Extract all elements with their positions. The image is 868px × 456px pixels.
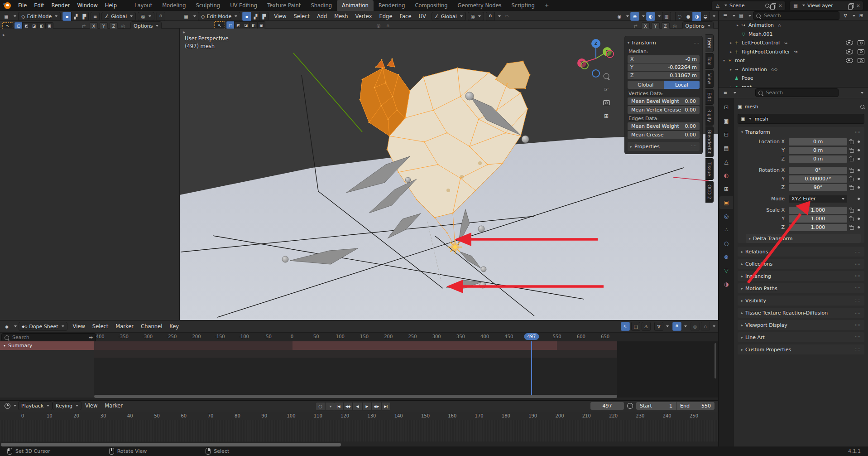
bone-joint-sphere[interactable] (522, 136, 529, 143)
outliner-item-leftfootcontrol[interactable]: ▸+LeftFootControl↝ (719, 39, 868, 48)
median-z-field[interactable]: Z0.11867 m (628, 72, 700, 79)
auto-keyframe-icon[interactable]: ○ (316, 402, 325, 411)
drag-handle[interactable]: ∷∷ (855, 130, 861, 134)
animate-property-dot[interactable] (858, 198, 860, 200)
properties-tab-world[interactable]: ◐ (719, 169, 733, 182)
toolbar-expand-icon[interactable]: ▸ (183, 29, 185, 34)
menu-mesh[interactable]: Mesh (331, 13, 351, 19)
animate-property-dot[interactable] (858, 209, 860, 211)
animate-property-dot[interactable] (858, 149, 860, 151)
drag-handle[interactable]: ∷∷ (855, 311, 861, 315)
timeline-ruler[interactable]: 0102030405060708090100110120130140150160… (0, 411, 718, 421)
pin-icon[interactable] (765, 4, 769, 8)
drag-handle[interactable]: ∷∷ (855, 299, 861, 303)
menu-render[interactable]: Render (48, 2, 74, 9)
drag-handle[interactable]: ∷∷ (694, 41, 700, 45)
workspace-tab-texture-paint[interactable]: Texture Paint (262, 0, 306, 11)
keying-dropdown[interactable]: Keying (53, 401, 82, 410)
item-label[interactable]: Mesh.001 (748, 31, 772, 37)
lock-icon[interactable] (850, 186, 854, 190)
drag-handle[interactable]: ∷∷ (855, 335, 861, 340)
transform-orientation-dropdown[interactable]: ∠Global (101, 12, 136, 21)
panel-instancing[interactable]: ▸Instancing∷∷ (738, 271, 864, 281)
box-select-icon[interactable]: ⬚ (631, 322, 640, 331)
playback-dropdown[interactable]: Playback (18, 401, 53, 410)
item-label[interactable]: RightFootController (742, 49, 790, 55)
median-x-field[interactable]: X-0 m (628, 55, 700, 63)
hide-viewport-icon[interactable] (846, 49, 853, 54)
outliner-item-rightfootcontroller[interactable]: ▸+RightFootController↝ (719, 48, 868, 57)
workspace-tab-geometry-nodes[interactable]: Geometry Nodes (453, 0, 507, 11)
lock-icon[interactable] (850, 218, 854, 221)
sidebar-tab-rigify[interactable]: Rigify (705, 106, 714, 126)
bone-joint-sphere[interactable] (481, 267, 486, 272)
item-label[interactable]: Animation (742, 67, 767, 73)
properties-tab-view-layer[interactable]: ▤ (719, 142, 733, 155)
panel-line-art[interactable]: ▸Line Art∷∷ (738, 332, 864, 342)
filter-icon[interactable]: ∇ (841, 12, 849, 20)
visibility-dropdown[interactable]: ◉ (615, 12, 623, 20)
chevron-down-icon[interactable] (325, 402, 335, 411)
value-field[interactable]: 0 m (789, 155, 847, 163)
item-label[interactable]: Pose (742, 75, 753, 81)
play-reverse-button[interactable]: ◀ (353, 402, 362, 411)
hide-viewport-icon[interactable] (846, 40, 853, 45)
breadcrumb-object-name[interactable]: mesh (744, 104, 758, 110)
rotation-mode-dropdown[interactable]: XYZ Euler (789, 195, 847, 203)
zoom-icon[interactable] (604, 73, 609, 79)
jump-to-end-button[interactable]: ▶| (381, 402, 391, 411)
scene-selector[interactable]: △ Scene × (711, 1, 786, 10)
item-label[interactable]: Animation (748, 22, 774, 28)
drag-handle[interactable]: ∷∷ (855, 262, 861, 266)
channel-search[interactable]: ↔ (1, 333, 96, 342)
vertex-select-button[interactable]: ▪ (242, 12, 251, 21)
chevron-right-icon[interactable]: ▸ (728, 68, 734, 72)
properties-panel-collapsed[interactable]: ▸ Properties ∷∷ (628, 142, 700, 151)
menu-add[interactable]: Add (313, 13, 331, 19)
menu-marker[interactable]: Marker (101, 403, 126, 409)
summary-channel[interactable]: ▾ Summary (0, 341, 94, 350)
local-button[interactable]: Local (664, 81, 700, 89)
mean-crease-field[interactable]: Mean Crease0.00 (628, 131, 700, 139)
workspace-tab-modeling[interactable]: Modeling (157, 0, 191, 11)
select-mode-select-extend[interactable]: ◩ (234, 21, 242, 29)
global-button[interactable]: Global (628, 81, 664, 89)
face-select-button[interactable]: ▛ (80, 12, 89, 21)
disable-render-icon[interactable] (858, 58, 864, 63)
workspace-tab-scripting[interactable]: Scripting (507, 0, 540, 11)
proportional-edit-icon[interactable]: ◠ (503, 12, 511, 20)
proportional-edit-icon[interactable]: ◎ (691, 322, 700, 331)
outliner-item-animation[interactable]: ▸↪Animation◇ (719, 21, 868, 30)
panel-motion-paths[interactable]: ▸Motion Paths∷∷ (738, 283, 864, 293)
new-collection-icon[interactable]: ⊞ (857, 12, 865, 20)
drag-handle[interactable]: ∷∷ (855, 250, 861, 254)
bone-joint-sphere[interactable] (465, 92, 474, 100)
lock-icon[interactable] (850, 209, 854, 213)
panel-tissue-texture-reaction-diffusion[interactable]: ▸Tissue Texture Reaction-Diffusion∷∷ (738, 308, 864, 318)
outliner-item-root[interactable]: ▾✶root (719, 56, 868, 65)
snap-magnet-icon[interactable]: ∪ (486, 12, 495, 21)
workspace-tab-animation[interactable]: Animation (337, 0, 374, 11)
start-frame-field[interactable]: Start 1 (636, 402, 676, 410)
properties-tab-particles[interactable]: ∴ (719, 223, 733, 236)
gizmo-axis-negative[interactable] (606, 50, 614, 58)
bone-joint-sphere[interactable] (478, 226, 484, 232)
transform-panel-header[interactable]: ▾ Transform ∷∷ (628, 39, 700, 47)
menu-view[interactable]: View (270, 13, 290, 19)
animate-property-dot[interactable] (858, 141, 860, 143)
delta-transform-panel[interactable]: ▸ Delta Transform (746, 234, 861, 243)
solid-shading-button[interactable]: ● (684, 12, 692, 21)
select-mode-select-invert[interactable]: ◧ (249, 21, 257, 29)
camera-view-icon[interactable] (603, 100, 610, 105)
new-view-layer-icon[interactable] (849, 3, 854, 8)
value-field[interactable]: 0 m (789, 147, 847, 154)
workspace-tab-shading[interactable]: Shading (306, 0, 337, 11)
new-scene-icon[interactable] (772, 3, 776, 8)
sidebar-tab-item[interactable]: Item (705, 34, 714, 52)
menu-edge[interactable]: Edge (376, 13, 396, 19)
panel-visibility[interactable]: ▸Visibility∷∷ (738, 296, 864, 306)
workspace-tab-rendering[interactable]: Rendering (374, 0, 410, 11)
properties-tab-collection[interactable]: ⊞ (719, 183, 733, 195)
gizmo-axis-negative[interactable] (592, 69, 600, 78)
mode-dropdown[interactable]: ◇Edit Mode (198, 12, 240, 21)
